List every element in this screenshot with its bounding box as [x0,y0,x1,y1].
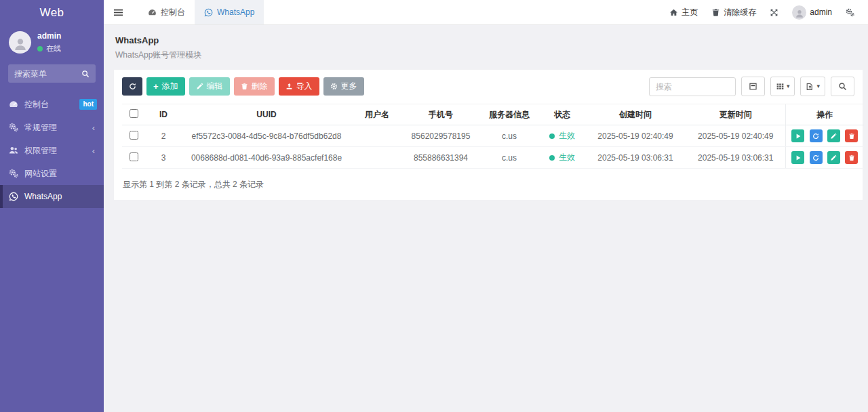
table-row[interactable]: 3 0068688d-d081-40d6-93a9-885acfef168e 8… [122,147,864,169]
edit-label: 编辑 [207,81,223,92]
person-icon [795,9,804,18]
sidebar-item-general[interactable]: 常规管理 ‹ [0,116,104,139]
select-all-checkbox[interactable] [130,109,138,118]
columns-button[interactable]: ▾ [770,77,795,96]
sidebar-user-block: admin 在线 [0,25,104,61]
column-header-id[interactable]: ID [145,104,182,125]
search-button[interactable] [831,77,854,96]
column-header-uuid[interactable]: UUID [182,104,351,125]
column-header-operate[interactable]: 操作 [785,104,864,125]
run-button[interactable] [791,129,804,142]
row-delete-button[interactable] [845,151,858,164]
sidebar-item-label: 常规管理 [24,122,57,133]
upload-icon [285,83,293,90]
avatar [792,5,806,20]
settings-menu-button[interactable] [839,0,861,24]
online-dot-icon [37,46,43,52]
sidebar-item-auth[interactable]: 权限管理 ‹ [0,139,104,162]
refresh-icon [812,154,819,161]
column-header-created[interactable]: 创建时间 [585,104,686,125]
columns-icon [776,82,785,91]
row-refresh-button[interactable] [810,151,823,164]
search-icon [81,70,90,78]
refresh-icon [129,83,136,90]
topbar: 控制台 WhatsApp 主页 清除缓存 admin [104,0,868,25]
table-search-input[interactable] [649,77,736,96]
table-header-row: ID UUID 用户名 手机号 服务器信息 状态 创建时间 更新时间 操作 [122,104,864,125]
row-checkbox[interactable] [130,131,138,140]
dashboard-icon [8,100,18,110]
column-header-updated[interactable]: 更新时间 [686,104,785,125]
chevron-left-icon: ‹ [92,146,95,156]
add-button[interactable]: +添加 [146,77,185,96]
cell-operate [785,147,864,169]
cell-status: 生效 [540,147,585,169]
sidebar: Web admin 在线 控制台 hot 常规管理 ‹ 权限管理 ‹ [0,0,104,412]
row-edit-button[interactable] [827,151,840,164]
menu-icon [113,7,123,18]
toolbar-right: ▾ ▾ [649,77,854,96]
whatsapp-icon [8,192,18,202]
accounts-table: ID UUID 用户名 手机号 服务器信息 状态 创建时间 更新时间 操作 2 … [122,104,864,169]
sidebar-item-site-config[interactable]: 网站设置 [0,162,104,185]
clear-cache-label: 清除缓存 [724,7,756,18]
cell-operate [785,125,864,147]
cell-username [351,125,403,147]
gear-icon [8,123,18,133]
toggle-view-button[interactable] [741,77,765,96]
gear-icon [8,169,18,179]
status-dot-icon [549,155,555,161]
edit-button[interactable]: 编辑 [189,77,230,96]
delete-button[interactable]: 删除 [234,77,275,96]
menu-search-input[interactable] [14,69,81,79]
nav-tabs: 控制台 WhatsApp [138,0,264,24]
trash-icon [848,154,855,161]
sidebar-item-dashboard[interactable]: 控制台 hot [0,93,104,116]
home-link[interactable]: 主页 [663,0,705,24]
status-dot-icon [549,133,555,139]
column-header-phone[interactable]: 手机号 [403,104,479,125]
toggle-view-icon [749,82,757,91]
tab-label: 控制台 [161,7,185,18]
search-icon [838,82,847,91]
user-avatar[interactable] [9,31,31,54]
column-header-status[interactable]: 状态 [540,104,585,125]
column-header-username[interactable]: 用户名 [351,104,403,125]
table-row[interactable]: 2 ef5572c3-0084-4d5c-9c84-b76df5db62d8 8… [122,125,864,147]
row-delete-button[interactable] [845,129,858,142]
refresh-button[interactable] [122,77,142,96]
home-icon [669,8,678,17]
tab-whatsapp[interactable]: WhatsApp [195,0,264,24]
run-button[interactable] [791,151,804,164]
page-header: WhatsApp WhatsApp账号管理模块 [104,25,868,70]
sidebar-item-label: 权限管理 [24,145,57,157]
whatsapp-icon [204,8,213,17]
more-button[interactable]: 更多 [323,77,364,96]
sidebar-item-label: 控制台 [24,99,49,110]
cell-created: 2025-05-19 02:40:49 [585,125,686,147]
clear-cache-button[interactable]: 清除缓存 [705,0,763,24]
sidebar-item-whatsapp[interactable]: WhatsApp [0,185,104,208]
import-button[interactable]: 导入 [279,77,319,96]
import-label: 导入 [296,81,313,92]
main-area: 控制台 WhatsApp 主页 清除缓存 admin [104,0,868,412]
column-header-server[interactable]: 服务器信息 [479,104,540,125]
cell-phone: 855886631394 [403,147,479,169]
row-refresh-button[interactable] [810,129,823,142]
topbar-user-label: admin [810,7,832,17]
user-status: 在线 [37,43,61,54]
select-all-cell [122,104,145,125]
tab-dashboard[interactable]: 控制台 [138,0,195,24]
page-title: WhatsApp [115,35,856,45]
gears-icon [846,8,854,17]
page-subtitle: WhatsApp账号管理模块 [115,49,856,61]
fullscreen-button[interactable] [763,0,785,24]
sidebar-toggle-button[interactable] [104,0,133,24]
row-edit-button[interactable] [827,129,840,142]
toolbar-buttons: +添加 编辑 删除 导入 更多 [122,77,364,96]
topbar-user-menu[interactable]: admin [785,0,839,24]
table-toolbar: +添加 编辑 删除 导入 更多 ▾ ▾ [114,70,863,104]
caret-down-icon: ▾ [787,83,790,89]
row-checkbox[interactable] [130,152,138,161]
export-button[interactable]: ▾ [800,77,825,96]
